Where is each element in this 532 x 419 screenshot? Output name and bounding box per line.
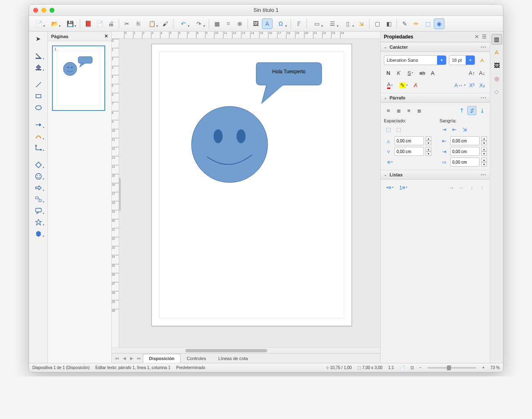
spin-down[interactable]: ▼ [426, 151, 431, 156]
number-list-button[interactable]: 1≡ [397, 183, 410, 192]
redo-button[interactable]: ↷ [192, 18, 206, 29]
fill-color-tool[interactable] [32, 63, 45, 72]
list-move-down-button[interactable]: → [447, 183, 456, 192]
bold-button[interactable]: N [384, 68, 393, 77]
close-window[interactable] [33, 8, 38, 13]
spin-up[interactable]: ▲ [481, 147, 487, 151]
connector-tool[interactable] [32, 143, 45, 153]
underline-button[interactable]: S [404, 68, 417, 77]
line-spacing-button[interactable]: ≡ [384, 158, 396, 167]
char-highlight-button[interactable]: ✎ [397, 81, 410, 90]
decrease-indent-button[interactable]: ⇤ [450, 125, 459, 134]
list-promote-button[interactable]: ↑ [478, 183, 487, 192]
distribute-button[interactable]: ▯ [340, 18, 355, 29]
highlight-color-button[interactable]: A [478, 56, 487, 65]
font-name-combo[interactable]: Liberation Sans [384, 55, 446, 65]
minimize-window[interactable] [41, 8, 46, 13]
space-above-input[interactable] [394, 136, 424, 145]
spin-up[interactable]: ▲ [481, 158, 487, 162]
tab-navigator[interactable]: ◎ [491, 73, 502, 84]
zoom-slider[interactable] [427, 367, 476, 369]
smiley-shape[interactable] [189, 106, 271, 183]
spin-up[interactable]: ▲ [426, 136, 431, 141]
paragraph-more[interactable]: ⋯ [480, 95, 487, 101]
insert-textbox-button[interactable]: A [262, 18, 273, 29]
spin-up[interactable]: ▲ [481, 136, 487, 141]
cut-button[interactable]: ✂ [122, 18, 132, 29]
tab-nav-prev[interactable]: ◀ [121, 355, 128, 362]
maximize-window[interactable] [50, 8, 54, 13]
line-tool[interactable] [32, 80, 45, 90]
helplines-button[interactable]: ⊕ [234, 18, 245, 29]
indent-after-input[interactable] [450, 147, 480, 156]
drawing-page[interactable]: Hola Tuexperto [151, 44, 352, 326]
increase-font-button[interactable]: A↑ [467, 68, 476, 77]
callouts-tool[interactable] [32, 206, 45, 216]
strikethrough-button[interactable]: ab [418, 68, 427, 77]
copy-button[interactable]: ⎘ [133, 18, 144, 29]
panel-drag-handle[interactable] [119, 178, 121, 211]
font-size-combo[interactable]: 18 pt [449, 55, 475, 65]
shadow-text-button[interactable]: A [428, 68, 437, 77]
stars-tool[interactable] [32, 217, 45, 227]
gluepoints-button[interactable]: ✎ [399, 18, 410, 29]
arrange-button[interactable]: ☰ [325, 18, 340, 29]
subscript-button[interactable]: X₂ [478, 81, 487, 90]
line-color-tool[interactable] [32, 51, 45, 61]
horizontal-scrollbar[interactable] [112, 347, 380, 353]
lists-more[interactable]: ⋯ [480, 171, 487, 178]
close-pages-panel[interactable]: ✕ [104, 34, 108, 39]
spin-down[interactable]: ▼ [481, 151, 487, 156]
shadow-button[interactable]: ▢ [372, 18, 383, 29]
list-move-up-button[interactable]: ← [457, 183, 466, 192]
indent-before-input[interactable] [450, 136, 480, 145]
section-paragraph[interactable]: ⌄ Párrafo ⋯ [381, 93, 490, 103]
crop-button[interactable]: ◧ [383, 18, 394, 29]
page-thumbnail-1[interactable]: 1 [52, 45, 105, 111]
align-left-button[interactable]: ≡ [384, 106, 393, 115]
character-more[interactable]: ⋯ [480, 44, 487, 50]
vertical-ruler[interactable]: 0123456789101112131415161718192021222324… [112, 39, 119, 347]
tab-gallery[interactable]: 🖼 [491, 60, 502, 71]
zoom-in-button[interactable]: + [482, 365, 485, 370]
spin-down[interactable]: ▼ [481, 141, 487, 145]
section-character[interactable]: ⌄ Carácter ⋯ [381, 42, 490, 52]
3d-objects-tool[interactable] [32, 229, 45, 239]
spin-down[interactable]: ▼ [481, 162, 487, 167]
tab-dimensions[interactable]: Líneas de cota [212, 354, 254, 363]
status-zoom[interactable]: 73 % [490, 365, 500, 370]
space-below-input[interactable] [394, 147, 424, 156]
font-color-button[interactable]: A [384, 81, 396, 90]
tab-shapes[interactable]: ◇ [491, 86, 502, 97]
arrows-tool[interactable] [32, 120, 45, 130]
bullet-list-button[interactable]: •≡ [384, 183, 396, 192]
tab-layout[interactable]: Disposición [143, 354, 180, 363]
toggle-extrusion-button[interactable]: ✏ [411, 18, 422, 29]
export-pdf-button[interactable]: 📕 [83, 18, 93, 29]
tab-styles[interactable]: A [491, 47, 502, 58]
curve-tool[interactable] [32, 131, 45, 141]
open-button[interactable]: 📂 [47, 18, 62, 29]
grid-button[interactable]: ▦ [212, 18, 222, 29]
increase-indent-button[interactable]: ⇥ [440, 125, 449, 134]
tab-nav-next[interactable]: ▶ [128, 355, 135, 362]
valign-bottom-button[interactable]: ⤓ [478, 106, 487, 115]
clone-format-button[interactable]: 🖌 [160, 18, 171, 29]
print-button[interactable]: 🖨 [106, 18, 116, 29]
status-save-icon[interactable]: 📄 [400, 365, 405, 370]
close-properties[interactable]: ✕ [475, 34, 479, 40]
indent-first-input[interactable] [450, 158, 480, 167]
3d-button[interactable]: ⬚ [422, 18, 433, 29]
save-button[interactable]: 💾 [63, 18, 77, 29]
increase-spacing-button[interactable]: ⬚ [384, 125, 393, 134]
fit-page-button[interactable]: ⊡ [410, 365, 414, 370]
fontwork-button[interactable]: 𝔽 [293, 18, 304, 29]
spin-up[interactable]: ▲ [426, 147, 431, 151]
decrease-spacing-button[interactable]: ⬚ [394, 125, 403, 134]
char-spacing-button[interactable]: A↔ [454, 81, 466, 90]
decrease-font-button[interactable]: A↓ [478, 68, 487, 77]
italic-button[interactable]: K [394, 68, 403, 77]
draw-functions-button[interactable]: ◉ [434, 18, 444, 29]
new-button[interactable]: 📄 [32, 18, 46, 29]
bubble-text[interactable]: Hola Tuexperto [257, 69, 320, 74]
